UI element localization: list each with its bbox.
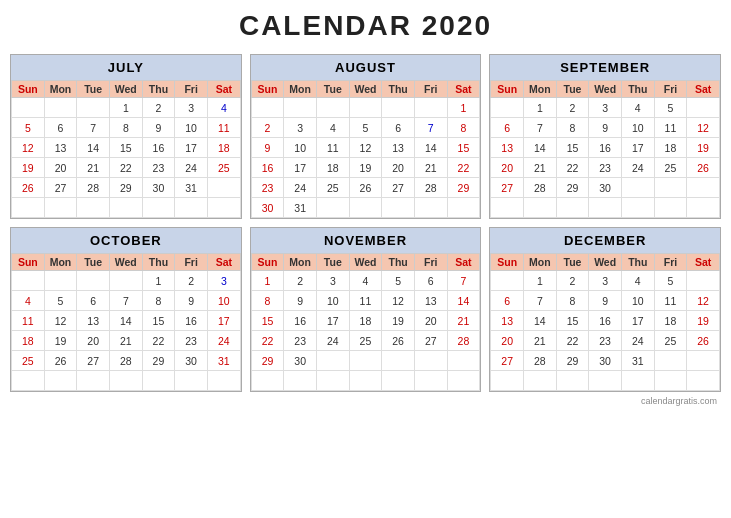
day-cell: 18: [207, 138, 240, 158]
month-title: NOVEMBER: [251, 228, 481, 253]
day-cell: [687, 198, 720, 218]
month-title: AUGUST: [251, 55, 481, 80]
day-header-fri: Fri: [175, 254, 208, 271]
day-cell: [349, 351, 382, 371]
day-cell: 17: [621, 311, 654, 331]
day-cell: [142, 371, 175, 391]
day-cell: [109, 198, 142, 218]
day-cell: 5: [12, 118, 45, 138]
day-cell: [556, 198, 589, 218]
footer-text: calendargratis.com: [10, 396, 721, 406]
day-header-tue: Tue: [77, 254, 110, 271]
day-cell: 12: [687, 291, 720, 311]
day-cell: 18: [316, 158, 349, 178]
day-cell: [382, 351, 415, 371]
day-cell: 15: [556, 311, 589, 331]
day-cell: 13: [491, 138, 524, 158]
day-cell: 23: [175, 331, 208, 351]
day-cell: 6: [491, 118, 524, 138]
day-cell: 13: [382, 138, 415, 158]
day-header-mon: Mon: [44, 81, 77, 98]
day-cell: 23: [284, 331, 317, 351]
day-cell: [654, 198, 687, 218]
month-september: SEPTEMBERSunMonTueWedThuFriSat1234567891…: [489, 54, 721, 219]
day-cell: [654, 178, 687, 198]
month-title: JULY: [11, 55, 241, 80]
day-header-thu: Thu: [621, 254, 654, 271]
day-cell: 15: [109, 138, 142, 158]
day-cell: 14: [523, 311, 556, 331]
day-header-wed: Wed: [109, 254, 142, 271]
day-cell: 27: [44, 178, 77, 198]
day-cell: 7: [77, 118, 110, 138]
day-cell: 3: [589, 271, 622, 291]
day-cell: 8: [251, 291, 284, 311]
day-cell: 26: [12, 178, 45, 198]
day-cell: 11: [654, 291, 687, 311]
day-cell: 23: [589, 158, 622, 178]
day-cell: [654, 351, 687, 371]
day-cell: 27: [491, 351, 524, 371]
day-cell: [316, 198, 349, 218]
day-header-thu: Thu: [382, 81, 415, 98]
day-cell: 15: [142, 311, 175, 331]
day-cell: 27: [414, 331, 447, 351]
day-cell: 8: [447, 118, 480, 138]
day-cell: 28: [523, 178, 556, 198]
day-header-tue: Tue: [316, 81, 349, 98]
day-cell: 28: [523, 351, 556, 371]
day-cell: 18: [654, 311, 687, 331]
day-header-wed: Wed: [349, 81, 382, 98]
day-cell: 25: [316, 178, 349, 198]
day-cell: 9: [589, 118, 622, 138]
day-cell: [175, 198, 208, 218]
day-cell: [44, 98, 77, 118]
month-table: SunMonTueWedThuFriSat1234567891011121314…: [251, 253, 481, 391]
day-cell: [77, 98, 110, 118]
day-cell: 8: [109, 118, 142, 138]
day-cell: 15: [447, 138, 480, 158]
day-cell: [687, 98, 720, 118]
day-cell: [414, 351, 447, 371]
day-cell: 22: [447, 158, 480, 178]
day-cell: 24: [621, 158, 654, 178]
day-header-sat: Sat: [207, 81, 240, 98]
page-title: CALENDAR 2020: [10, 10, 721, 42]
day-cell: 2: [556, 271, 589, 291]
day-cell: 23: [142, 158, 175, 178]
month-title: DECEMBER: [490, 228, 720, 253]
day-cell: [414, 198, 447, 218]
day-cell: 22: [142, 331, 175, 351]
month-august: AUGUSTSunMonTueWedThuFriSat1234567891011…: [250, 54, 482, 219]
day-header-sat: Sat: [687, 81, 720, 98]
day-cell: 9: [175, 291, 208, 311]
day-cell: 13: [44, 138, 77, 158]
day-cell: 11: [316, 138, 349, 158]
day-cell: 20: [382, 158, 415, 178]
day-header-sun: Sun: [491, 254, 524, 271]
day-cell: 27: [491, 178, 524, 198]
day-cell: [349, 371, 382, 391]
day-cell: [284, 98, 317, 118]
day-cell: 7: [523, 118, 556, 138]
day-cell: 19: [687, 311, 720, 331]
day-cell: 24: [316, 331, 349, 351]
day-header-fri: Fri: [175, 81, 208, 98]
day-cell: 16: [142, 138, 175, 158]
day-cell: 10: [621, 118, 654, 138]
day-cell: 20: [491, 331, 524, 351]
day-cell: 24: [284, 178, 317, 198]
month-table: SunMonTueWedThuFriSat1234567891011121314…: [11, 80, 241, 218]
day-cell: 11: [12, 311, 45, 331]
day-header-fri: Fri: [654, 81, 687, 98]
day-cell: [349, 198, 382, 218]
day-header-sun: Sun: [12, 81, 45, 98]
day-cell: 29: [447, 178, 480, 198]
day-cell: 24: [175, 158, 208, 178]
day-header-tue: Tue: [556, 254, 589, 271]
day-header-sun: Sun: [251, 254, 284, 271]
day-cell: 6: [44, 118, 77, 138]
day-cell: 4: [207, 98, 240, 118]
day-cell: 30: [589, 178, 622, 198]
day-cell: 18: [349, 311, 382, 331]
